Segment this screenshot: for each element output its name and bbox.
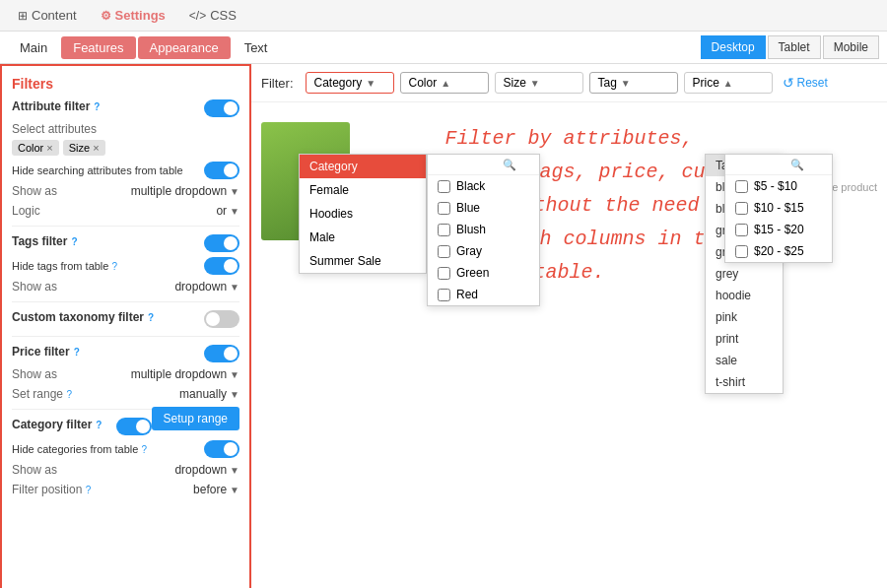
tag-item-grey[interactable]: grey xyxy=(706,263,783,285)
nav-content[interactable]: ⊞ Content xyxy=(8,4,87,27)
logic-row: Logic or ▼ xyxy=(12,204,239,218)
price-item-1[interactable]: $5 - $10 xyxy=(725,175,832,197)
hide-searching-toggle[interactable] xyxy=(204,162,239,179)
cat-item-category[interactable]: Category xyxy=(300,155,426,178)
tab-features[interactable]: Features xyxy=(61,36,135,59)
tag-item-hoodie[interactable]: hoodie xyxy=(706,285,783,306)
show-as-label: Show as xyxy=(12,184,57,198)
price-search-input[interactable] xyxy=(731,158,790,171)
grid-icon: ⊞ xyxy=(18,9,28,23)
hide-cat-help[interactable]: ? xyxy=(141,444,147,455)
main-layout: Filters Attribute filter ? Select attrib… xyxy=(0,64,887,588)
price-help-icon[interactable]: ? xyxy=(74,347,80,358)
custom-taxonomy-toggle[interactable] xyxy=(204,310,239,328)
color-item-blush[interactable]: Blush xyxy=(428,219,539,240)
hide-categories-row: Hide categories from table ? xyxy=(12,440,239,458)
attribute-help-icon[interactable]: ? xyxy=(94,101,100,112)
device-mobile[interactable]: Mobile xyxy=(823,35,879,59)
color-item-blue[interactable]: Blue xyxy=(428,197,539,219)
tag-item-pink[interactable]: pink xyxy=(706,306,783,328)
tags-show-as-select[interactable]: dropdown ▼ xyxy=(174,280,239,294)
device-desktop[interactable]: Desktop xyxy=(701,35,766,59)
attribute-filter-toggle[interactable] xyxy=(204,99,239,117)
set-range-help[interactable]: ? xyxy=(66,389,72,400)
hide-searching-label: Hide searching attributes from table xyxy=(12,164,183,176)
color-gray-checkbox[interactable] xyxy=(438,245,450,258)
color-item-black[interactable]: Black xyxy=(428,175,539,197)
reset-button[interactable]: ↺ Reset xyxy=(783,75,828,91)
tag-item-tshirt[interactable]: t-shirt xyxy=(706,371,783,393)
set-range-select[interactable]: manually ▼ xyxy=(179,387,239,401)
cat-show-as-select[interactable]: dropdown ▼ xyxy=(174,463,239,477)
logic-select[interactable]: or ▼ xyxy=(216,204,239,218)
category-filter-toggle[interactable] xyxy=(116,418,152,435)
price-item-4[interactable]: $20 - $25 xyxy=(725,240,832,262)
color-item-gray[interactable]: Gray xyxy=(428,240,539,262)
tags-show-as-arrow: ▼ xyxy=(230,282,239,293)
cat-item-female[interactable]: Female xyxy=(300,178,426,202)
color-blue-checkbox[interactable] xyxy=(438,202,450,215)
color-search-input[interactable] xyxy=(434,158,503,171)
category-dropdown-popup: Category Female Hoodies Male Summer Sale xyxy=(299,154,427,274)
device-group: Desktop Tablet Mobile xyxy=(701,35,879,59)
price-check-3[interactable] xyxy=(735,224,748,236)
price-item-3[interactable]: $15 - $20 xyxy=(725,219,832,240)
color-black-checkbox[interactable] xyxy=(438,180,450,193)
attribute-filter-label: Attribute filter ? xyxy=(12,99,100,113)
nav-settings[interactable]: ⚙ Settings xyxy=(91,4,175,27)
hide-tags-toggle[interactable] xyxy=(204,257,239,275)
custom-tax-help[interactable]: ? xyxy=(148,312,154,323)
tags-filter-toggle[interactable] xyxy=(204,234,239,252)
color-filter-dropdown[interactable]: Color ▲ xyxy=(400,72,489,94)
filter-position-label: Filter position ? xyxy=(12,483,91,496)
color-red-checkbox[interactable] xyxy=(438,289,450,301)
category-help-icon[interactable]: ? xyxy=(96,420,102,430)
category-filter-label: Category filter ? xyxy=(12,418,102,431)
show-as-select[interactable]: multiple dropdown ▼ xyxy=(131,184,239,198)
color-pill-remove[interactable]: × xyxy=(46,142,52,154)
cat-item-male[interactable]: Male xyxy=(300,226,426,249)
price-check-2[interactable] xyxy=(735,202,748,215)
filter-pos-help[interactable]: ? xyxy=(86,485,92,495)
settings-icon: ⚙ xyxy=(101,9,111,23)
tab-text[interactable]: Text xyxy=(233,36,280,59)
tab-main[interactable]: Main xyxy=(8,36,59,59)
tags-filter-label: Tags filter ? xyxy=(12,234,78,248)
price-show-as-arrow: ▼ xyxy=(230,369,239,380)
setup-range-button[interactable]: Setup range xyxy=(152,407,239,430)
price-item-2[interactable]: $10 - $15 xyxy=(725,197,832,219)
category-filter-dropdown[interactable]: Category ▼ xyxy=(306,72,394,94)
size-filter-dropdown[interactable]: Size ▼ xyxy=(495,72,583,94)
color-item-green[interactable]: Green xyxy=(428,262,539,284)
category-filter-row: Category filter ? xyxy=(12,418,152,435)
color-item-red[interactable]: Red xyxy=(428,284,539,305)
filter-position-row: Filter position ? before ▼ xyxy=(12,483,239,496)
price-check-4[interactable] xyxy=(735,245,748,258)
show-as-arrow: ▼ xyxy=(230,186,239,197)
tab-appearance[interactable]: Appearance xyxy=(138,36,231,59)
price-show-as-row: Show as multiple dropdown ▼ xyxy=(12,367,239,381)
tag-item-sale[interactable]: sale xyxy=(706,350,783,371)
price-check-1[interactable] xyxy=(735,180,748,193)
price-filter-section: Price filter ? Show as multiple dropdown… xyxy=(12,345,239,401)
tags-help-icon[interactable]: ? xyxy=(71,236,77,247)
device-tablet[interactable]: Tablet xyxy=(768,35,821,59)
price-show-as-select[interactable]: multiple dropdown ▼ xyxy=(131,367,239,381)
tag-filter-dropdown[interactable]: Tag ▼ xyxy=(589,72,678,94)
size-pill-remove[interactable]: × xyxy=(93,142,99,154)
set-range-label: Set range ? xyxy=(12,387,72,401)
custom-taxonomy-row: Custom taxonomy filter ? xyxy=(12,310,239,328)
filter-position-select[interactable]: before ▼ xyxy=(193,483,239,496)
price-filter-label: Price filter ? xyxy=(12,345,80,359)
price-filter-toggle[interactable] xyxy=(204,345,239,362)
hide-tags-help[interactable]: ? xyxy=(112,261,118,272)
cat-item-summer[interactable]: Summer Sale xyxy=(300,249,426,273)
nav-css[interactable]: </> CSS xyxy=(179,4,246,27)
hide-categories-toggle[interactable] xyxy=(204,440,239,458)
tag-item-print[interactable]: print xyxy=(706,328,783,350)
price-filter-dropdown[interactable]: Price ▲ xyxy=(684,72,773,94)
cat-item-hoodies[interactable]: Hoodies xyxy=(300,202,426,226)
color-green-checkbox[interactable] xyxy=(438,267,450,280)
color-blush-checkbox[interactable] xyxy=(438,224,450,236)
top-nav: ⊞ Content ⚙ Settings </> CSS xyxy=(0,0,887,32)
